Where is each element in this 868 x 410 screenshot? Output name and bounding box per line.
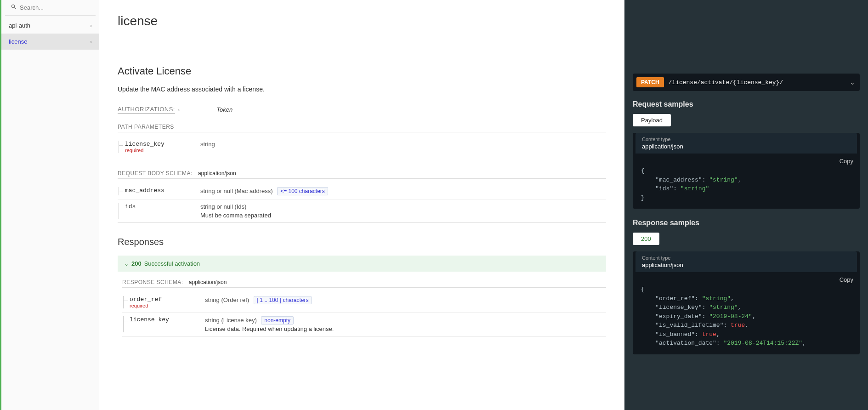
- responses-heading: Responses: [118, 237, 606, 247]
- param-description: Must be comma separated: [200, 212, 606, 219]
- response-schema-label: RESPONSE SCHEMA:: [122, 279, 183, 285]
- sidebar: api-auth › license ›: [0, 0, 99, 410]
- content-type-label: Content type: [642, 255, 851, 261]
- param-description: License data. Required when updating a l…: [205, 325, 606, 332]
- param-name-text: mac_address: [125, 187, 200, 194]
- response-200[interactable]: ⌄ 200 Successful activation: [118, 256, 606, 272]
- param-name: mac_address: [118, 187, 200, 195]
- param-name: license_key required: [118, 141, 200, 153]
- request-code-block: Content type application/json Copy { "ma…: [633, 133, 860, 209]
- response-samples-heading: Response samples: [633, 219, 860, 227]
- sidebar-item-license[interactable]: license ›: [1, 34, 99, 50]
- chevron-right-icon: ›: [90, 22, 92, 29]
- operation-description: Update the MAC address associated with a…: [118, 85, 606, 93]
- request-body-content-type: application/json: [198, 170, 236, 177]
- content-type-label: Content type: [642, 137, 851, 142]
- chevron-down-icon: ⌄: [850, 79, 855, 86]
- param-detail: string or null (Ids) Must be comma separ…: [200, 203, 606, 219]
- response-schema: RESPONSE SCHEMA: application/json order_…: [118, 279, 606, 336]
- param-name-text: order_ref: [130, 296, 205, 303]
- response-200-tab[interactable]: 200: [633, 233, 659, 245]
- path-params-header: PATH PARAMETERS: [118, 124, 606, 132]
- param-type: string (Order ref): [205, 296, 249, 303]
- param-type: string: [200, 141, 606, 148]
- param-detail: string (License key) non-empty License d…: [205, 316, 606, 332]
- search-input[interactable]: [20, 4, 90, 11]
- copy-button[interactable]: Copy: [840, 158, 853, 165]
- sidebar-item-api-auth[interactable]: api-auth ›: [1, 17, 99, 34]
- path-params-label: PATH PARAMETERS: [118, 124, 174, 130]
- content-type-value: application/json: [642, 262, 851, 268]
- param-constraint: <= 100 characters: [277, 187, 328, 195]
- method-badge: PATCH: [636, 77, 664, 87]
- endpoint-bar[interactable]: PATCH /license/activate/{license_key}/ ⌄: [633, 74, 860, 91]
- param-row: order_ref required string (Order ref) [ …: [122, 292, 606, 313]
- param-name: order_ref required: [122, 296, 205, 308]
- param-detail: string or null (Mac address) <= 100 char…: [200, 187, 606, 195]
- sidebar-item-label: license: [9, 38, 27, 45]
- endpoint-path: /license/activate/{license_key}/: [669, 79, 845, 86]
- content-type-value: application/json: [642, 143, 851, 150]
- param-type: string or null (Ids): [200, 203, 606, 210]
- authorizations-row[interactable]: AUTHORIZATIONS: › Token: [118, 106, 606, 114]
- content-type-bar[interactable]: Content type application/json: [635, 251, 857, 272]
- content-type-bar[interactable]: Content type application/json: [635, 133, 857, 154]
- request-samples-heading: Request samples: [633, 100, 860, 108]
- search-wrap: [5, 0, 96, 16]
- param-type: string (License key): [205, 317, 257, 324]
- request-payload-code: { "mac_address": "string", "ids": "strin…: [633, 166, 860, 202]
- required-tag: required: [130, 303, 205, 308]
- param-row: license_key string (License key) non-emp…: [122, 313, 606, 336]
- request-body-schema: REQUEST BODY SCHEMA: application/json ma…: [118, 170, 606, 223]
- right-panel: PATCH /license/activate/{license_key}/ ⌄…: [624, 0, 868, 410]
- request-body-header: REQUEST BODY SCHEMA: application/json: [118, 170, 606, 179]
- param-row: mac_address string or null (Mac address)…: [118, 183, 606, 199]
- chevron-right-icon: ›: [90, 38, 92, 45]
- param-constraint: [ 1 .. 100 ] characters: [254, 296, 312, 304]
- chevron-right-icon: ›: [178, 106, 180, 113]
- param-name-text: license_key: [130, 316, 205, 323]
- param-name: license_key: [122, 316, 205, 332]
- param-detail: string (Order ref) [ 1 .. 100 ] characte…: [205, 296, 606, 308]
- page-title: license: [118, 14, 606, 28]
- response-schema-content-type: application/json: [189, 279, 227, 285]
- param-constraint: non-empty: [261, 316, 294, 325]
- search-icon: [11, 4, 17, 11]
- path-parameters: PATH PARAMETERS license_key required str…: [118, 124, 606, 157]
- param-type: string or null (Mac address): [200, 188, 273, 194]
- response-payload-code: { "order_ref": "string", "license_key": …: [633, 285, 860, 348]
- main-content: license Activate License Update the MAC …: [99, 0, 624, 410]
- payload-tab[interactable]: Payload: [633, 114, 671, 126]
- param-name: ids: [118, 203, 200, 219]
- param-row: license_key required string: [118, 137, 606, 157]
- param-row: ids string or null (Ids) Must be comma s…: [118, 199, 606, 223]
- param-detail: string: [200, 141, 606, 153]
- authorization-type: Token: [216, 106, 233, 113]
- sidebar-item-label: api-auth: [9, 22, 30, 29]
- response-code-block: Content type application/json Copy { "or…: [633, 251, 860, 354]
- response-status-code: 200: [131, 260, 142, 267]
- copy-button[interactable]: Copy: [840, 276, 853, 283]
- required-tag: required: [125, 148, 200, 153]
- param-name-text: license_key: [125, 141, 200, 148]
- response-schema-header: RESPONSE SCHEMA: application/json: [122, 279, 606, 288]
- operation-title: Activate License: [118, 65, 606, 77]
- authorizations-label: AUTHORIZATIONS:: [118, 106, 175, 114]
- param-name-text: ids: [125, 203, 200, 210]
- chevron-down-icon: ⌄: [124, 261, 129, 267]
- request-body-label: REQUEST BODY SCHEMA:: [118, 170, 193, 177]
- response-status-text: Successful activation: [144, 260, 200, 267]
